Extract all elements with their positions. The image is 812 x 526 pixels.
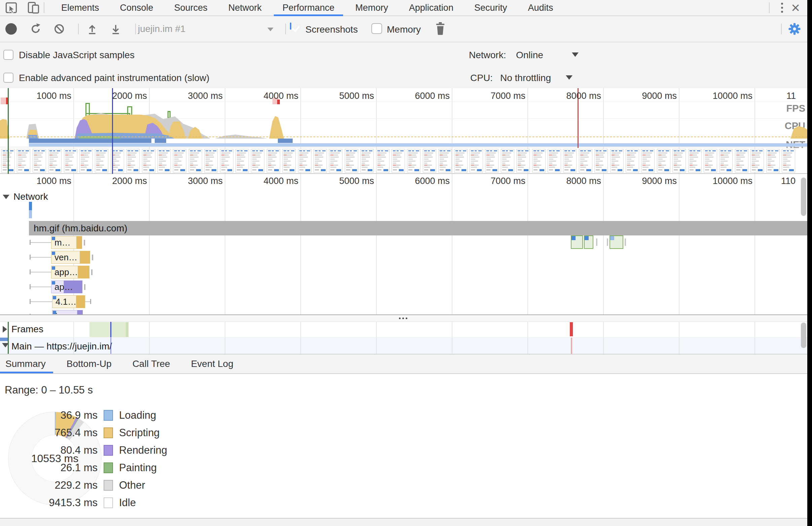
inspect-element-icon[interactable] [5, 1, 18, 14]
device-toolbar-icon[interactable] [27, 1, 40, 14]
screenshot-thumbnail[interactable] [392, 149, 405, 173]
advanced-paint-label[interactable]: Enable advanced paint instrumentation (s… [19, 73, 209, 84]
screenshot-thumbnail[interactable] [48, 149, 61, 173]
screenshot-thumbnail[interactable] [376, 149, 390, 173]
disable-js-samples-checkbox[interactable] [3, 50, 13, 60]
profile-selector-chevron-icon[interactable] [267, 28, 274, 31]
screenshot-thumbnail[interactable] [298, 149, 311, 173]
more-options-icon[interactable] [781, 3, 783, 13]
network-request-bar-solid[interactable] [77, 236, 82, 249]
screenshot-thumbnail[interactable] [657, 149, 670, 173]
details-tab-bottom-up[interactable]: Bottom-Up [67, 354, 112, 373]
screenshot-thumbnail[interactable] [688, 149, 702, 173]
tab-security[interactable]: Security [474, 0, 507, 15]
cpu-throttle-value[interactable]: No throttling [500, 73, 551, 84]
screenshot-thumbnail[interactable] [251, 149, 264, 173]
screenshot-thumbnail[interactable] [126, 149, 140, 173]
network-request-hm-gif[interactable]: hm.gif (hm.baidu.com) [29, 221, 807, 235]
pane-splitter-handle[interactable] [0, 315, 807, 322]
screenshot-thumbnail[interactable] [17, 149, 30, 173]
screenshot-thumbnail[interactable] [626, 149, 639, 173]
screenshot-thumbnail[interactable] [751, 149, 764, 173]
screenshot-thumbnail[interactable] [516, 149, 530, 173]
settings-gear-icon[interactable] [788, 22, 801, 36]
screenshot-thumbnail[interactable] [454, 149, 467, 173]
screenshot-thumbnail[interactable] [267, 149, 280, 173]
screenshot-thumbnail[interactable] [423, 149, 436, 173]
screenshot-thumbnail[interactable] [766, 149, 780, 173]
screenshot-thumbnail[interactable] [360, 149, 374, 173]
screenshot-thumbnail[interactable] [469, 149, 483, 173]
network-request-bar-solid[interactable] [77, 310, 83, 315]
network-throttle-chevron-icon[interactable] [572, 53, 579, 57]
profile-selector[interactable]: juejin.im #1 [138, 24, 186, 34]
details-tab-call-tree[interactable]: Call Tree [132, 354, 170, 373]
screenshot-thumbnail[interactable] [142, 149, 155, 173]
playhead-line[interactable] [110, 322, 111, 337]
close-icon[interactable]: × [791, 3, 800, 13]
reload-and-record-icon[interactable] [30, 23, 42, 35]
screenshot-thumbnail[interactable] [501, 149, 514, 173]
tab-console[interactable]: Console [120, 0, 154, 15]
save-profile-icon[interactable] [110, 23, 122, 35]
screenshot-thumbnail[interactable] [33, 149, 46, 173]
screenshot-thumbnail[interactable] [282, 149, 296, 173]
screenshot-thumbnail[interactable] [407, 149, 420, 173]
screenshot-thumbnail[interactable] [672, 149, 686, 173]
screenshot-thumbnail[interactable] [548, 149, 561, 173]
record-button[interactable] [5, 23, 17, 35]
screenshot-thumbnail[interactable] [485, 149, 498, 173]
screenshot-thumbnail[interactable] [641, 149, 655, 173]
main-thread-track[interactable]: Main — https://juejin.im/ [0, 338, 807, 354]
screenshot-thumbnail[interactable] [95, 149, 108, 173]
screenshot-thumbnail[interactable] [329, 149, 343, 173]
timeline-detail-pane[interactable]: Network hm.gif (hm.baidu.com) m…ven…app…… [0, 174, 807, 315]
screenshot-thumbnail[interactable] [563, 149, 577, 173]
screenshots-label[interactable]: Screenshots [305, 24, 358, 35]
network-collapse-icon[interactable] [3, 195, 10, 199]
screenshot-thumbnail[interactable] [204, 149, 218, 173]
network-section-title[interactable]: Network [13, 191, 48, 202]
screenshot-thumbnail[interactable] [235, 149, 249, 173]
tab-network[interactable]: Network [228, 0, 262, 15]
screenshots-checkbox[interactable] [290, 23, 291, 30]
tab-performance[interactable]: Performance [282, 0, 335, 15]
screenshot-thumbnail[interactable] [782, 149, 795, 173]
screenshot-thumbnail[interactable] [610, 149, 624, 173]
screenshot-thumbnail[interactable] [719, 149, 733, 173]
screenshots-filmstrip[interactable] [0, 147, 807, 174]
network-request-bar-solid[interactable] [78, 266, 89, 278]
vertical-scrollbar-thumb[interactable] [801, 323, 806, 348]
load-profile-icon[interactable] [86, 23, 98, 35]
tab-audits[interactable]: Audits [528, 0, 553, 15]
details-tab-event-log[interactable]: Event Log [191, 354, 233, 373]
main-section-title[interactable]: Main — https://juejin.im/ [12, 341, 112, 352]
network-throttle-value[interactable]: Online [516, 50, 543, 60]
screenshot-thumbnail[interactable] [594, 149, 608, 173]
frame-block[interactable] [89, 322, 129, 337]
frames-expand-icon[interactable] [3, 326, 7, 333]
tab-sources[interactable]: Sources [174, 0, 207, 15]
cpu-throttle-chevron-icon[interactable] [566, 75, 572, 80]
screenshot-thumbnail[interactable] [579, 149, 592, 173]
tab-elements[interactable]: Elements [61, 0, 99, 15]
network-request-bar-solid[interactable] [80, 251, 90, 264]
advanced-paint-checkbox[interactable] [3, 73, 13, 83]
network-request-mark[interactable] [29, 202, 32, 210]
memory-checkbox[interactable] [371, 23, 382, 34]
screenshot-thumbnail[interactable] [345, 149, 358, 173]
disable-js-samples-label[interactable]: Disable JavaScript samples [19, 50, 134, 60]
screenshot-thumbnail[interactable] [314, 149, 327, 173]
frames-track[interactable]: Frames [0, 322, 807, 338]
screenshot-thumbnail[interactable] [189, 149, 202, 173]
screenshot-thumbnail[interactable] [64, 149, 77, 173]
screenshot-thumbnail[interactable] [438, 149, 452, 173]
screenshot-thumbnail[interactable] [735, 149, 749, 173]
screenshot-thumbnail[interactable] [220, 149, 233, 173]
network-request-bar-solid[interactable] [76, 295, 85, 308]
details-tab-summary[interactable]: Summary [5, 354, 46, 373]
screenshot-thumbnail[interactable] [173, 149, 186, 173]
garbage-collect-icon[interactable] [435, 22, 446, 35]
screenshot-thumbnail[interactable] [157, 149, 171, 173]
frames-section-title[interactable]: Frames [12, 324, 43, 335]
